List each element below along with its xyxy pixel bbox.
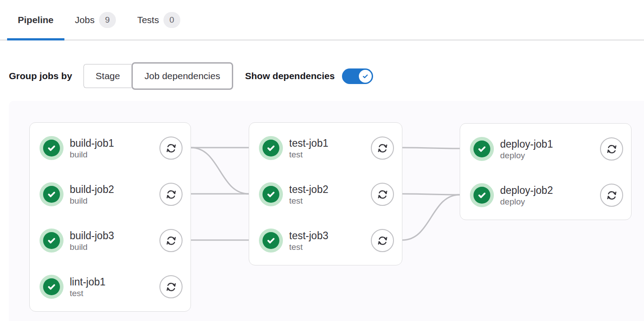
dependency-line	[402, 148, 460, 148]
status-success-icon	[259, 136, 283, 160]
jobs-count-badge: 9	[99, 12, 116, 28]
group-jobs-by-segmented-control: Stage Job dependencies	[83, 62, 233, 90]
status-success-icon	[259, 182, 283, 206]
group-by-stage-button[interactable]: Stage	[83, 64, 131, 88]
retry-job-button[interactable]	[600, 184, 623, 207]
status-success-inner-circle	[43, 140, 60, 156]
status-success-icon	[40, 229, 64, 253]
job-row: build-job2build	[40, 182, 183, 207]
retry-icon	[606, 189, 618, 201]
job-row: test-job2test	[259, 182, 394, 207]
job-group-card: test-job1testtest-job2testtest-job3test	[249, 122, 402, 265]
retry-job-button[interactable]	[159, 275, 183, 298]
job-stage-label: deploy	[500, 197, 553, 207]
job-name-link[interactable]: lint-job1	[70, 276, 106, 288]
job-name-link[interactable]: build-job1	[70, 137, 114, 149]
status-success-icon	[40, 136, 64, 160]
retry-job-button[interactable]	[159, 136, 183, 160]
job-row: test-job3test	[259, 228, 394, 253]
job-group-card: deploy-job1deploydeploy-job2deploy	[460, 123, 632, 220]
tests-count-badge: 0	[163, 12, 180, 28]
job-info: lint-job1test	[70, 276, 106, 298]
check-icon	[266, 189, 276, 200]
status-success-inner-circle	[473, 187, 490, 204]
job-row: build-job3build	[40, 228, 183, 253]
tab-tests-label: Tests	[137, 15, 159, 25]
job-name-link[interactable]: build-job3	[70, 229, 114, 242]
retry-icon	[165, 142, 177, 154]
job-stage-label: test	[70, 288, 106, 298]
toggle-knob	[359, 70, 372, 83]
job-info: build-job1build	[70, 137, 114, 160]
retry-job-button[interactable]	[371, 136, 394, 160]
job-stage-label: deploy	[500, 150, 553, 160]
job-info: deploy-job1deploy	[500, 138, 553, 160]
retry-job-button[interactable]	[159, 183, 183, 206]
check-icon	[46, 281, 57, 292]
retry-icon	[377, 142, 389, 154]
pipeline-graph: build-job1buildbuild-job2buildbuild-job3…	[9, 101, 644, 321]
retry-icon	[165, 235, 177, 247]
job-name-link[interactable]: deploy-job1	[500, 138, 553, 150]
status-success-inner-circle	[43, 232, 60, 249]
retry-icon	[377, 189, 389, 201]
job-name-link[interactable]: deploy-job2	[500, 184, 553, 197]
dependency-line	[402, 195, 460, 240]
job-stage-label: build	[70, 196, 114, 206]
status-success-inner-circle	[43, 278, 60, 295]
job-name-link[interactable]: test-job3	[289, 229, 328, 242]
show-dependencies-toggle[interactable]	[342, 68, 373, 84]
job-info: build-job2build	[70, 183, 114, 206]
job-name-link[interactable]: build-job2	[70, 183, 114, 196]
retry-icon	[165, 189, 177, 201]
tab-jobs-label: Jobs	[75, 15, 95, 25]
status-success-icon	[40, 182, 64, 206]
check-icon	[46, 189, 57, 200]
status-success-inner-circle	[262, 232, 279, 249]
check-icon	[477, 190, 487, 201]
active-tab-indicator	[7, 38, 64, 40]
tab-tests[interactable]: Tests 0	[127, 0, 191, 40]
tab-pipeline[interactable]: Pipeline	[7, 0, 64, 40]
job-stage-label: test	[289, 196, 328, 206]
retry-job-button[interactable]	[600, 137, 623, 160]
retry-icon	[377, 235, 389, 247]
tab-pipeline-label: Pipeline	[18, 15, 54, 25]
job-group-card: build-job1buildbuild-job2buildbuild-job3…	[29, 122, 191, 312]
job-row: test-job1test	[259, 136, 394, 160]
retry-job-button[interactable]	[159, 229, 183, 252]
job-info: test-job2test	[289, 183, 328, 206]
show-dependencies-label: Show dependencies	[245, 71, 335, 81]
tab-jobs[interactable]: Jobs 9	[64, 0, 127, 40]
status-success-inner-circle	[43, 186, 60, 203]
job-row: deploy-job1deploy	[470, 136, 623, 161]
job-stage-label: test	[289, 242, 328, 252]
job-row: deploy-job2deploy	[470, 183, 623, 208]
retry-icon	[606, 143, 618, 155]
pipeline-tab-bar: Pipeline Jobs 9 Tests 0	[0, 0, 644, 40]
job-info: test-job1test	[289, 137, 328, 160]
job-stage-label: build	[70, 242, 114, 252]
group-jobs-by-label: Group jobs by	[9, 71, 72, 81]
retry-job-button[interactable]	[371, 229, 394, 252]
status-success-icon	[259, 229, 283, 253]
check-icon	[362, 72, 369, 80]
job-info: build-job3build	[70, 229, 114, 252]
retry-job-button[interactable]	[371, 183, 394, 206]
status-success-icon	[40, 275, 64, 299]
dependency-line	[402, 194, 460, 195]
job-name-link[interactable]: test-job2	[289, 183, 328, 196]
job-name-link[interactable]: test-job1	[289, 137, 328, 149]
job-row: lint-job1test	[40, 274, 183, 299]
job-stage-label: test	[289, 149, 328, 160]
job-stage-label: build	[70, 149, 114, 160]
status-success-inner-circle	[262, 186, 279, 203]
check-icon	[266, 143, 276, 153]
dependency-line	[191, 148, 249, 194]
status-success-inner-circle	[262, 140, 279, 156]
group-by-job-dependencies-button[interactable]: Job dependencies	[131, 62, 233, 90]
check-icon	[266, 235, 276, 246]
job-info: deploy-job2deploy	[500, 184, 553, 207]
graph-controls: Group jobs by Stage Job dependencies Sho…	[9, 62, 644, 90]
status-success-inner-circle	[473, 140, 490, 157]
